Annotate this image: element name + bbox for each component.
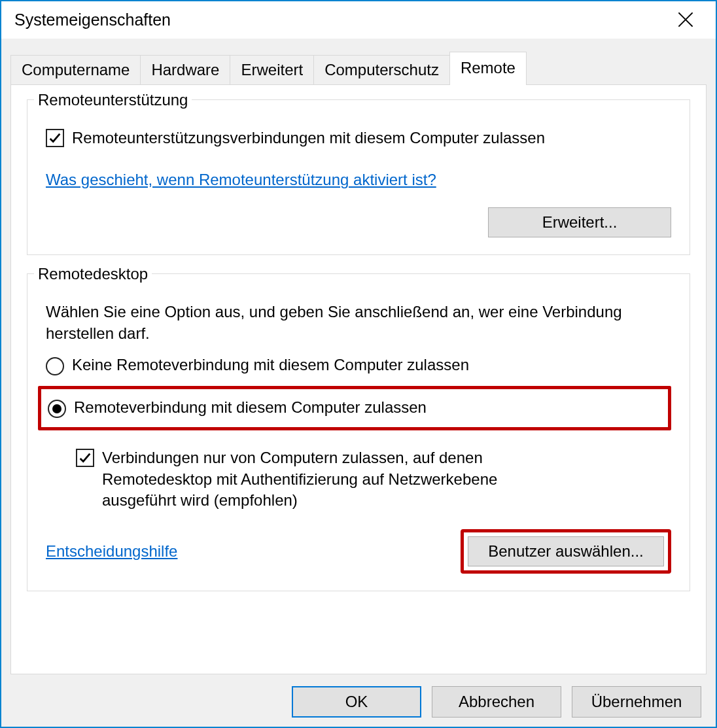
button-ok[interactable]: OK xyxy=(292,686,421,718)
dialog-body: Computername Hardware Erweitert Computer… xyxy=(1,39,716,727)
tab-remote[interactable]: Remote xyxy=(449,52,527,85)
remote-desktop-intro: Wählen Sie eine Option aus, und geben Si… xyxy=(46,302,671,344)
tab-strip: Computername Hardware Erweitert Computer… xyxy=(10,52,707,84)
window-title: Systemeigenschaften xyxy=(14,10,171,29)
checkbox-allow-remote-assist-label: Remoteunterstützungsverbindungen mit die… xyxy=(72,128,545,148)
highlight-select-users: Benutzer auswählen... xyxy=(461,529,671,574)
radio-allow-remote-label: Remoteverbindung mit diesem Computer zul… xyxy=(74,398,427,417)
groupbox-remote-assist: Remoteunterstützung Remoteunterstützungs… xyxy=(27,99,690,255)
highlight-allow-remote: Remoteverbindung mit diesem Computer zul… xyxy=(38,386,671,430)
system-properties-window: Systemeigenschaften Computername Hardwar… xyxy=(0,0,717,728)
checkbox-nla[interactable] xyxy=(76,449,94,467)
link-decision-help[interactable]: Entscheidungshilfe xyxy=(46,542,177,561)
tab-computerschutz[interactable]: Computerschutz xyxy=(313,55,450,84)
button-apply[interactable]: Übernehmen xyxy=(572,686,701,718)
groupbox-remote-desktop: Remotedesktop Wählen Sie eine Option aus… xyxy=(27,273,690,591)
checkbox-nla-label: Verbindungen nur von Computern zulassen,… xyxy=(102,447,573,511)
titlebar: Systemeigenschaften xyxy=(1,1,716,39)
checkbox-allow-remote-assist[interactable] xyxy=(46,129,64,147)
close-icon[interactable] xyxy=(676,11,695,29)
radio-disallow-remote[interactable] xyxy=(46,357,64,375)
button-select-users[interactable]: Benutzer auswählen... xyxy=(468,536,664,566)
link-remote-assist-help[interactable]: Was geschieht, wenn Remoteunterstützung … xyxy=(46,171,436,189)
tab-computername[interactable]: Computername xyxy=(10,55,141,84)
tab-erweitert[interactable]: Erweitert xyxy=(230,55,314,84)
dialog-footer: OK Abbrechen Übernehmen xyxy=(10,674,707,718)
button-cancel[interactable]: Abbrechen xyxy=(432,686,561,718)
radio-disallow-remote-label: Keine Remoteverbindung mit diesem Comput… xyxy=(72,356,469,374)
button-remote-assist-advanced[interactable]: Erweitert... xyxy=(488,207,671,237)
tab-panel-remote: Remoteunterstützung Remoteunterstützungs… xyxy=(10,84,707,674)
radio-row-disallow[interactable]: Keine Remoteverbindung mit diesem Comput… xyxy=(46,356,671,375)
groupbox-legend-remote-assist: Remoteunterstützung xyxy=(34,91,192,109)
groupbox-legend-remote-desktop: Remotedesktop xyxy=(34,265,152,283)
radio-allow-remote[interactable] xyxy=(48,400,66,418)
radio-row-allow[interactable]: Remoteverbindung mit diesem Computer zul… xyxy=(48,398,661,418)
tab-hardware[interactable]: Hardware xyxy=(140,55,230,84)
row-nla-checkbox[interactable]: Verbindungen nur von Computern zulassen,… xyxy=(76,447,671,511)
